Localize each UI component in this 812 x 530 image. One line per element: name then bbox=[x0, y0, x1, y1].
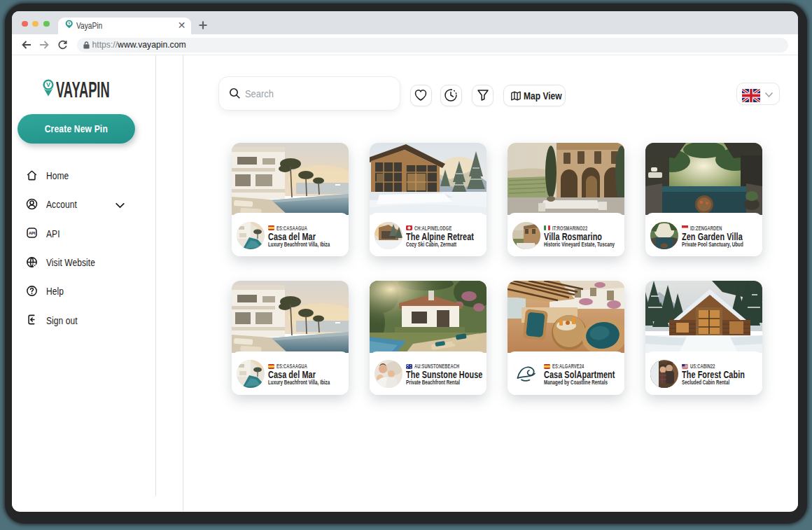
svg-text:V: V bbox=[46, 81, 50, 88]
svg-text:API: API bbox=[28, 231, 35, 235]
